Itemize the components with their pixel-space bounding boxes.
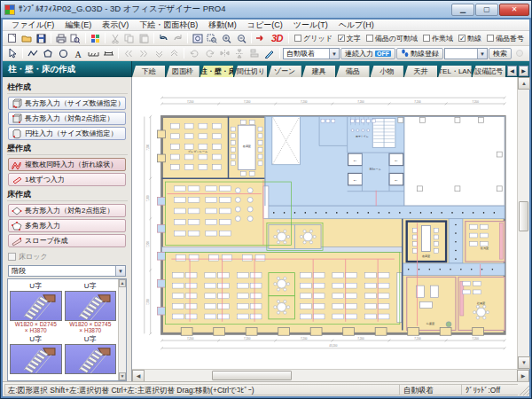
- floor-lock-checkbox[interactable]: 床ロック: [8, 252, 126, 262]
- pen-icon[interactable]: [262, 47, 277, 59]
- toolbar-checkbox-0[interactable]: グリッド: [294, 34, 332, 43]
- menu-item-2[interactable]: 表示(V): [97, 20, 134, 31]
- scroll-up-icon[interactable]: ▲: [119, 279, 126, 287]
- menu-item-7[interactable]: ヘルプ(H): [333, 20, 379, 31]
- resize-grip[interactable]: [518, 384, 529, 395]
- minimize-button[interactable]: ▁: [451, 4, 474, 16]
- svg-text:7,200: 7,200: [244, 100, 251, 104]
- menu-item-5[interactable]: コピー(C): [242, 20, 288, 31]
- zoom-window-icon[interactable]: [206, 32, 219, 44]
- panel-button-2-2[interactable]: スロープ作成: [8, 234, 126, 247]
- tab-ゾーン[interactable]: ゾーン: [268, 66, 301, 77]
- stair-thumbnail: [10, 291, 62, 321]
- chevron-down-icon[interactable]: ▼: [329, 49, 339, 59]
- stair-item-0[interactable]: U字W1820 × D2745× H3870: [10, 281, 62, 333]
- zoom-in-icon[interactable]: [220, 32, 233, 44]
- palette-icon[interactable]: [89, 32, 102, 44]
- toolbar-checkbox-2[interactable]: 備品の可動域: [366, 34, 418, 43]
- svg-text:会議室: 会議室: [422, 254, 430, 258]
- redo-icon: [171, 32, 184, 44]
- text-tool-icon[interactable]: A: [71, 47, 85, 59]
- select-pointer-icon[interactable]: [5, 47, 20, 59]
- tab-図面枠[interactable]: 図面枠: [166, 66, 199, 77]
- search-button[interactable]: 検索: [489, 48, 512, 59]
- flow-register-button[interactable]: 動線登録: [396, 48, 443, 59]
- toolbar-checkbox-1[interactable]: ✓文字: [338, 34, 361, 43]
- scroll-down-icon[interactable]: ▼: [518, 356, 530, 369]
- zoom-out-icon[interactable]: [234, 32, 247, 44]
- scroll-up-icon[interactable]: ▲: [518, 77, 530, 90]
- view-3d-button[interactable]: 3D: [269, 33, 286, 43]
- measure2-tool-icon[interactable]: [101, 47, 115, 59]
- stair-item-3[interactable]: U字: [65, 334, 117, 374]
- svg-text:7,200: 7,200: [357, 100, 364, 104]
- menu-item-1[interactable]: 編集(E): [59, 20, 97, 31]
- vertical-scroll-thumb[interactable]: [519, 201, 528, 231]
- tab-間仕切り[interactable]: 間仕切り: [234, 66, 267, 77]
- tab-下絵[interactable]: 下絵: [132, 66, 165, 77]
- panel-button-0-2[interactable]: 円柱入力（サイズ数値指定）: [8, 127, 126, 140]
- panel-title: 柱・壁・床の作成: [3, 61, 132, 77]
- stair-item-2[interactable]: U字: [10, 334, 62, 374]
- menu-item-6[interactable]: ツール(T): [288, 20, 333, 31]
- stair-list-scrollbar[interactable]: ▲ ▼: [118, 279, 126, 380]
- print-icon[interactable]: [54, 32, 67, 44]
- close-button[interactable]: ✕: [499, 4, 529, 16]
- panel-button-0-0[interactable]: 長方形入力（サイズ数値指定）: [8, 97, 126, 110]
- stair-item-size: W1820 × D2745: [10, 321, 62, 327]
- measure-tool-icon[interactable]: [86, 47, 100, 59]
- tab-天井[interactable]: 天井: [404, 66, 437, 77]
- maximize-button[interactable]: ▢: [475, 4, 498, 16]
- snap-mode-select[interactable]: 自動吸着▼: [283, 48, 340, 59]
- goto-3d-arrow-icon[interactable]: [254, 32, 268, 44]
- scroll-left-icon[interactable]: ◀: [132, 370, 145, 382]
- svg-text:7,200: 7,200: [146, 144, 150, 150]
- scroll-right-icon[interactable]: ▶: [517, 370, 529, 382]
- panel-button-1-0[interactable]: 複数枚同時入力（折れ線状）: [8, 158, 126, 171]
- panel-button-1-1[interactable]: 1枚ずつ入力: [8, 173, 126, 186]
- polygon-tool-icon[interactable]: [41, 47, 55, 59]
- continuous-input-button[interactable]: 連続入力 OFF: [340, 48, 395, 59]
- toolbar-checkbox-3[interactable]: 作業域: [423, 34, 453, 43]
- checkbox-label: 作業域: [432, 34, 453, 43]
- chevron-down-icon[interactable]: ▼: [477, 49, 487, 59]
- new-file-icon[interactable]: [5, 32, 19, 44]
- tab-設備記号[interactable]: 設備記号: [473, 66, 505, 77]
- search-select[interactable]: ▼: [444, 48, 488, 59]
- menu-item-4[interactable]: 移動(M): [203, 20, 242, 31]
- toolbar-checkbox-5[interactable]: 備品番号: [487, 34, 524, 43]
- print-preview-icon[interactable]: [68, 32, 82, 44]
- panel-button-2-1[interactable]: 多角形入力: [8, 219, 126, 232]
- horizontal-scrollbar[interactable]: ◀ ▶: [132, 369, 529, 381]
- panel-button-label: 複数枚同時入力（折れ線状）: [25, 160, 117, 169]
- open-file-icon[interactable]: [20, 32, 33, 44]
- circle-tool-icon[interactable]: [56, 47, 70, 59]
- menu-item-3[interactable]: 下絵・図面枠(B): [134, 20, 203, 31]
- tab-柱・壁・床[interactable]: 柱・壁・床: [200, 66, 233, 77]
- tab-scroll-left[interactable]: ◀: [507, 66, 517, 76]
- tab-備品[interactable]: 備品: [336, 66, 369, 77]
- toolbar-checkbox-4[interactable]: ✓動線: [458, 34, 481, 43]
- scroll-down-icon[interactable]: ▼: [119, 372, 126, 380]
- polyline-tool-icon[interactable]: [26, 47, 40, 59]
- menu-item-0[interactable]: ファイル(F): [6, 20, 59, 31]
- panel-button-0-1[interactable]: 長方形入力（対角2点指定）: [8, 112, 126, 125]
- svg-text:EV: EV: [395, 179, 398, 182]
- tab-建具[interactable]: 建具: [302, 66, 335, 77]
- chevron-down-icon[interactable]: ▼: [115, 266, 125, 276]
- drawing-canvas[interactable]: 7,2007,2007,2007,2007,2007,2007,2007,200…: [132, 77, 517, 369]
- horizontal-scroll-thumb[interactable]: [212, 371, 292, 380]
- continuous-input-label: 連続入力: [345, 49, 373, 59]
- stair-item-1[interactable]: U字W1820 × D2745× H3870: [65, 281, 117, 333]
- tab-小物[interactable]: 小物: [371, 66, 403, 77]
- checkbox-icon: [366, 35, 373, 42]
- zoom-fit-icon[interactable]: [191, 32, 204, 44]
- paste-icon: [137, 32, 151, 44]
- save-icon[interactable]: [35, 32, 48, 44]
- panel-button-2-0[interactable]: 長方形入力（対角2点指定）: [8, 204, 126, 217]
- undo-icon[interactable]: [157, 32, 170, 44]
- stair-category-select[interactable]: 階段▼: [8, 265, 126, 277]
- tab-scroll-right[interactable]: ▶: [519, 66, 528, 76]
- vertical-scrollbar[interactable]: ▲ ▼: [517, 77, 529, 369]
- tab-TEL・LAN[interactable]: TEL・LAN: [438, 66, 471, 77]
